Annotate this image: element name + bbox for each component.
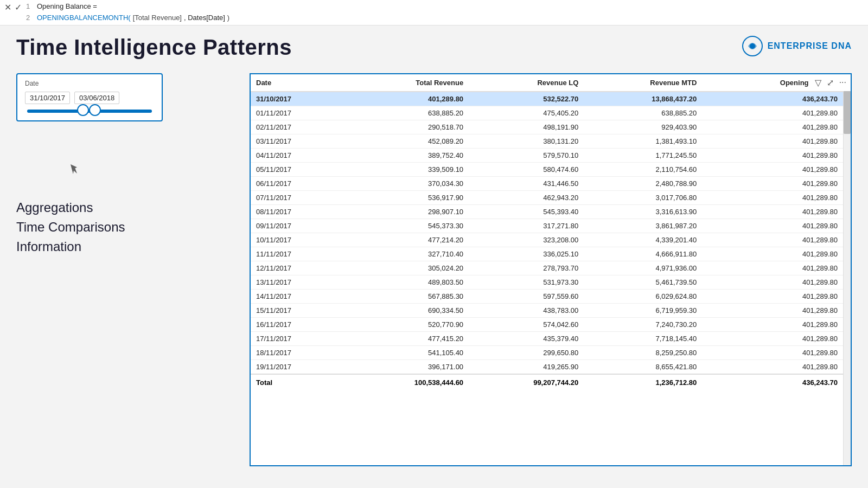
cell-revenue-lq: 323,208.00 bbox=[469, 233, 584, 247]
cell-date: 03/11/2017 bbox=[251, 134, 346, 149]
cell-opening-balance: 401,289.80 bbox=[702, 318, 843, 332]
cell-opening-balance: 401,289.80 bbox=[702, 177, 843, 191]
cell-total-revenue: 567,885.30 bbox=[346, 290, 469, 304]
cell-revenue-mtd: 6,029,624.80 bbox=[584, 290, 702, 304]
table-row: 04/11/2017 389,752.40 579,570.10 1,771,2… bbox=[251, 149, 843, 163]
cell-revenue-lq: 579,570.10 bbox=[469, 149, 584, 163]
cell-date: 08/11/2017 bbox=[251, 205, 346, 219]
table-row: 19/11/2017 396,171.00 419,265.90 8,655,4… bbox=[251, 360, 843, 375]
cell-total-revenue: 298,907.10 bbox=[346, 205, 469, 219]
slicer-slider-track[interactable] bbox=[27, 110, 152, 113]
cell-date: 01/11/2017 bbox=[251, 106, 346, 120]
table-row: 06/11/2017 370,034.30 431,446.50 2,480,7… bbox=[251, 177, 843, 191]
cell-revenue-lq: 597,559.60 bbox=[469, 290, 584, 304]
line2-num: 2 bbox=[26, 12, 35, 24]
slicer-end-date[interactable]: 03/06/2018 bbox=[74, 92, 119, 104]
cell-revenue-mtd: 638,885.20 bbox=[584, 106, 702, 120]
col-revenue-lq[interactable]: Revenue LQ bbox=[469, 74, 584, 92]
cell-opening-balance: 401,289.80 bbox=[702, 163, 843, 177]
cell-revenue-lq: 475,405.20 bbox=[469, 106, 584, 120]
scrollbar-vertical[interactable] bbox=[843, 74, 851, 465]
page-title: Time Intelligence Patterns bbox=[16, 35, 292, 60]
cell-revenue-lq: 438,783.00 bbox=[469, 304, 584, 318]
cell-date: 11/11/2017 bbox=[251, 247, 346, 261]
cell-revenue-mtd: 7,240,730.20 bbox=[584, 318, 702, 332]
cell-total-revenue: 545,373.30 bbox=[346, 219, 469, 233]
cell-revenue-mtd: 3,316,613.90 bbox=[584, 205, 702, 219]
cell-opening-balance: 401,289.80 bbox=[702, 290, 843, 304]
cell-opening-balance: 401,289.80 bbox=[702, 360, 843, 375]
focus-icon[interactable]: ⤢ bbox=[826, 76, 835, 89]
cell-revenue-lq: 299,650.80 bbox=[469, 346, 584, 360]
scroll-thumb[interactable] bbox=[844, 91, 851, 134]
cell-opening-balance: 401,289.80 bbox=[702, 205, 843, 219]
table-total-row: Total 100,538,444.60 99,207,744.20 1,236… bbox=[251, 374, 843, 390]
cell-total-revenue: 690,334.50 bbox=[346, 304, 469, 318]
table-row: 01/11/2017 638,885.20 475,405.20 638,885… bbox=[251, 106, 843, 120]
table-row: 09/11/2017 545,373.30 317,271.80 3,861,9… bbox=[251, 219, 843, 233]
cell-date: 05/11/2017 bbox=[251, 163, 346, 177]
cell-revenue-mtd: 1,771,245.50 bbox=[584, 149, 702, 163]
date-slicer[interactable]: Date 31/10/2017 03/06/2018 bbox=[16, 73, 163, 121]
line1-text: Opening Balance = bbox=[37, 1, 97, 12]
cell-date: 17/11/2017 bbox=[251, 332, 346, 346]
table-row: 07/11/2017 536,917.90 462,943.20 3,017,7… bbox=[251, 191, 843, 205]
check-icon[interactable]: ✓ bbox=[15, 2, 22, 12]
nav-time-comparisons[interactable]: Time Comparisons bbox=[16, 217, 125, 237]
col-date[interactable]: Date bbox=[251, 74, 346, 92]
nav-labels: Aggregations Time Comparisons Informatio… bbox=[16, 198, 125, 256]
slicer-start-date[interactable]: 31/10/2017 bbox=[25, 92, 70, 104]
more-options-icon[interactable]: ··· bbox=[838, 76, 847, 89]
cell-opening-balance: 401,289.80 bbox=[702, 120, 843, 134]
cell-total-revenue: 327,710.40 bbox=[346, 247, 469, 261]
cell-revenue-mtd: 3,017,706.80 bbox=[584, 191, 702, 205]
cell-revenue-mtd: 1,381,493.10 bbox=[584, 134, 702, 149]
cell-date: 31/10/2017 bbox=[251, 92, 346, 106]
table-row: 16/11/2017 520,770.90 574,042.60 7,240,7… bbox=[251, 318, 843, 332]
line2-func: OPENINGBALANCEMONTH( bbox=[37, 12, 131, 24]
cell-opening-balance: 401,289.80 bbox=[702, 261, 843, 275]
col-total-revenue[interactable]: Total Revenue bbox=[346, 74, 469, 92]
filter-icon[interactable]: ▽ bbox=[814, 76, 822, 89]
table-row: 13/11/2017 489,803.50 531,973.30 5,461,7… bbox=[251, 275, 843, 290]
cell-revenue-mtd: 2,110,754.60 bbox=[584, 163, 702, 177]
cell-date: 12/11/2017 bbox=[251, 261, 346, 275]
col-revenue-mtd[interactable]: Revenue MTD bbox=[584, 74, 702, 92]
cell-total-revenue: 401,289.80 bbox=[346, 92, 469, 106]
cell-date: 04/11/2017 bbox=[251, 149, 346, 163]
cell-revenue-lq: 317,271.80 bbox=[469, 219, 584, 233]
formula-lines: 1 Opening Balance = 2 OPENINGBALANCEMONT… bbox=[26, 1, 864, 24]
table-row: 08/11/2017 298,907.10 545,393.40 3,316,6… bbox=[251, 205, 843, 219]
data-table-container: ▽ ⤢ ··· Date Total Revenue Revenue LQ Re… bbox=[250, 73, 852, 466]
formula-line-2: 2 OPENINGBALANCEMONTH( [Total Revenue] ,… bbox=[26, 12, 864, 24]
cell-revenue-mtd: 5,461,739.50 bbox=[584, 275, 702, 290]
cell-revenue-mtd: 7,718,145.40 bbox=[584, 332, 702, 346]
cell-total-revenue: 370,034.30 bbox=[346, 177, 469, 191]
cell-total-revenue: 477,214.20 bbox=[346, 233, 469, 247]
slicer-handle-right[interactable] bbox=[89, 104, 101, 116]
line2-arg2: , Dates[Date] bbox=[184, 12, 225, 24]
slicer-label: Date bbox=[25, 80, 154, 87]
cell-total-revenue: 638,885.20 bbox=[346, 106, 469, 120]
cell-opening-balance: 401,289.80 bbox=[702, 134, 843, 149]
cell-revenue-lq: 431,446.50 bbox=[469, 177, 584, 191]
cell-total-revenue: 389,752.40 bbox=[346, 149, 469, 163]
cell-revenue-mtd: 2,480,788.90 bbox=[584, 177, 702, 191]
table-row: 31/10/2017 401,289.80 532,522.70 13,868,… bbox=[251, 92, 843, 106]
cell-revenue-lq: 532,522.70 bbox=[469, 92, 584, 106]
slicer-handle-left[interactable] bbox=[77, 104, 89, 116]
cell-opening-balance: 401,289.80 bbox=[702, 191, 843, 205]
cell-revenue-mtd: 929,403.90 bbox=[584, 120, 702, 134]
nav-information[interactable]: Information bbox=[16, 237, 125, 256]
cell-opening-balance: 401,289.80 bbox=[702, 219, 843, 233]
cell-date: 02/11/2017 bbox=[251, 120, 346, 134]
nav-aggregations[interactable]: Aggregations bbox=[16, 198, 125, 217]
cell-total-revenue: 536,917.90 bbox=[346, 191, 469, 205]
cell-opening-balance: 401,289.80 bbox=[702, 332, 843, 346]
table-row: 10/11/2017 477,214.20 323,208.00 4,339,2… bbox=[251, 233, 843, 247]
cell-revenue-lq: 380,131.20 bbox=[469, 134, 584, 149]
slicer-dates: 31/10/2017 03/06/2018 bbox=[25, 92, 154, 104]
close-icon[interactable]: ✕ bbox=[4, 2, 11, 12]
line2-arg1: [Total Revenue] bbox=[133, 12, 182, 24]
cell-total-revenue: 520,770.90 bbox=[346, 318, 469, 332]
